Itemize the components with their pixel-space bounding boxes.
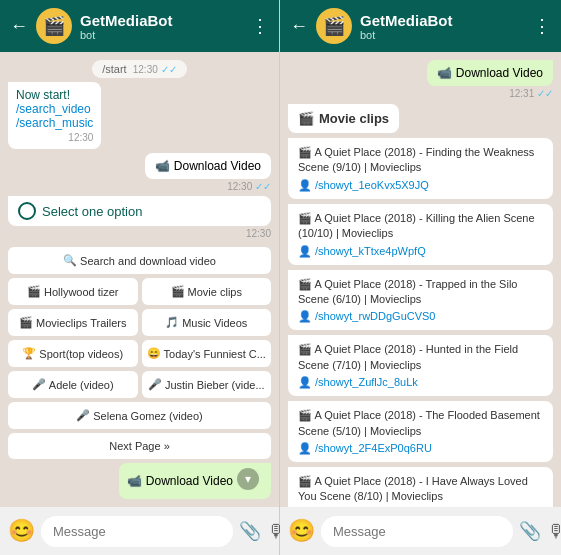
dv-icon-left: 📹 [155, 159, 170, 173]
adele-video-button[interactable]: 🎤 Adele (video) [8, 371, 138, 398]
adele-icon: 🎤 [32, 378, 46, 391]
left-avatar: 🎬 [36, 8, 72, 44]
jb-label: Justin Bieber (vide... [165, 379, 265, 391]
select-option-container: Select one option 12:30 [8, 196, 271, 239]
clip-1-title: 🎬 A Quiet Place (2018) - Finding the Wea… [298, 145, 543, 176]
sg-label: Selena Gomez (video) [93, 410, 202, 422]
movieclips-trailers-button[interactable]: 🎬 Movieclips Trailers [8, 309, 138, 336]
left-more-button[interactable]: ⋮ [251, 15, 269, 37]
select-option-bubble: Select one option [8, 196, 271, 226]
stv-label: Sport(top videos) [39, 348, 123, 360]
stv-icon: 🏆 [22, 347, 36, 360]
ht-label: Hollywood tizer [44, 286, 119, 298]
right-input-bar: 😊 📎 🎙 [280, 507, 561, 555]
dv-time-left: 12:30 ✓✓ [145, 181, 271, 192]
message-input-right[interactable] [321, 516, 513, 547]
next-page-button[interactable]: Next Page » [8, 433, 271, 459]
clip-5-title: 🎬 A Quiet Place (2018) - The Flooded Bas… [298, 408, 543, 439]
system-start-msg: /start 12:30 ✓✓ [92, 60, 187, 78]
left-back-button[interactable]: ← [10, 16, 28, 37]
right-back-button[interactable]: ← [290, 16, 308, 37]
movie-clips-header: 🎬 Movie clips [288, 104, 399, 133]
right-header: ← 🎬 GetMediaBot bot ⋮ [280, 0, 561, 52]
bot-welcome-msg: Now start! /search_video /search_music 1… [8, 82, 101, 149]
mv-label: Music Videos [182, 317, 247, 329]
movie-clips-button[interactable]: 🎬 Movie clips [142, 278, 272, 305]
bottom-dv-icon: 📹 [127, 474, 142, 488]
right-chat-panel: ← 🎬 GetMediaBot bot ⋮ 📹 Download Video 1… [280, 0, 561, 555]
attach-button-right[interactable]: 📎 [519, 520, 541, 542]
mic-button-right[interactable]: 🎙 [547, 521, 561, 542]
row3: 🏆 Sport(top videos) 😄 Today's Funniest C… [8, 340, 271, 367]
search-download-video-button[interactable]: 🔍 Search and download video [8, 247, 271, 274]
clip-4-link[interactable]: 👤 /showyt_ZuflJc_8uLk [298, 376, 543, 389]
movie-clips-title: Movie clips [319, 111, 389, 126]
left-input-bar: 😊 📎 🎙 [0, 507, 279, 555]
justin-bieber-button[interactable]: 🎤 Justin Bieber (vide... [142, 371, 272, 398]
select-time: 12:30 [8, 228, 271, 239]
music-videos-button[interactable]: 🎵 Music Videos [142, 309, 272, 336]
right-more-button[interactable]: ⋮ [533, 15, 551, 37]
left-messages: /start 12:30 ✓✓ Now start! /search_video… [0, 52, 279, 507]
attach-button-left[interactable]: 📎 [239, 520, 261, 542]
clip-2-link[interactable]: 👤 /showyt_kTtxe4pWpfQ [298, 245, 543, 258]
right-bot-name: GetMediaBot [360, 12, 533, 29]
bottom-dv-label: Download Video [146, 474, 233, 488]
left-header: ← 🎬 GetMediaBot bot ⋮ [0, 0, 279, 52]
clip-item-2[interactable]: 🎬 A Quiet Place (2018) - Killing the Ali… [288, 204, 553, 265]
row5: 🎤 Selena Gomez (video) [8, 402, 271, 429]
chevron-down-icon[interactable]: ▾ [237, 468, 259, 490]
clip-3-link[interactable]: 👤 /showyt_rwDDgGuCVS0 [298, 310, 543, 323]
movie-clips-icon: 🎬 [298, 111, 314, 126]
selena-gomez-button[interactable]: 🎤 Selena Gomez (video) [8, 402, 271, 429]
clip-3-title: 🎬 A Quiet Place (2018) - Trapped in the … [298, 277, 543, 308]
emoji-button-right[interactable]: 😊 [288, 518, 315, 544]
select-option-label: Select one option [42, 204, 142, 219]
right-dv-label: Download Video [456, 66, 543, 80]
mct-label: Movieclips Trailers [36, 317, 126, 329]
left-header-info: GetMediaBot bot [80, 12, 251, 41]
mc-icon: 🎬 [171, 285, 185, 298]
tf-icon: 😄 [147, 347, 161, 360]
right-bot-sub: bot [360, 29, 533, 41]
adele-label: Adele (video) [49, 379, 114, 391]
mc-label: Movie clips [188, 286, 242, 298]
clip-2-title: 🎬 A Quiet Place (2018) - Killing the Ali… [298, 211, 543, 242]
button-grid: 🔍 Search and download video 🎬 Hollywood … [8, 247, 271, 459]
bottom-dv-bubble: 📹 Download Video ▾ [119, 463, 271, 499]
left-bot-sub: bot [80, 29, 251, 41]
mct-icon: 🎬 [19, 316, 33, 329]
clip-4-title: 🎬 A Quiet Place (2018) - Hunted in the F… [298, 342, 543, 373]
now-start-label: Now start! [16, 88, 93, 102]
clip-item-5[interactable]: 🎬 A Quiet Place (2018) - The Flooded Bas… [288, 401, 553, 462]
clip-5-link[interactable]: 👤 /showyt_2F4ExP0q6RU [298, 442, 543, 455]
search-music-cmd[interactable]: /search_music [16, 116, 93, 130]
ht-icon: 🎬 [27, 285, 41, 298]
mv-icon: 🎵 [165, 316, 179, 329]
right-dv-icon: 📹 [437, 66, 452, 80]
today-funniest-button[interactable]: 😄 Today's Funniest C... [142, 340, 272, 367]
clip-item-3[interactable]: 🎬 A Quiet Place (2018) - Trapped in the … [288, 270, 553, 331]
left-chat-panel: ← 🎬 GetMediaBot bot ⋮ /start 12:30 ✓✓ No… [0, 0, 280, 555]
clip-item-1[interactable]: 🎬 A Quiet Place (2018) - Finding the Wea… [288, 138, 553, 199]
message-input-left[interactable] [41, 516, 233, 547]
outgoing-download-video: 📹 Download Video [145, 153, 271, 179]
row4: 🎤 Adele (video) 🎤 Justin Bieber (vide... [8, 371, 271, 398]
clip-item-6[interactable]: 🎬 A Quiet Place (2018) - I Have Always L… [288, 467, 553, 507]
search-video-cmd[interactable]: /search_video [16, 102, 93, 116]
right-messages: 📹 Download Video 12:31 ✓✓ 🎬 Movie clips … [280, 52, 561, 507]
search-row: 🔍 Search and download video [8, 247, 271, 274]
clip-item-4[interactable]: 🎬 A Quiet Place (2018) - Hunted in the F… [288, 335, 553, 396]
emoji-button-left[interactable]: 😊 [8, 518, 35, 544]
clip-6-title: 🎬 A Quiet Place (2018) - I Have Always L… [298, 474, 543, 505]
clip-1-link[interactable]: 👤 /showyt_1eoKvx5X9JQ [298, 179, 543, 192]
right-dv-time: 12:31 ✓✓ [509, 88, 553, 99]
welcome-msg-time: 12:30 [16, 132, 93, 143]
right-dv-outgoing: 📹 Download Video 12:31 ✓✓ [427, 60, 553, 99]
row1: 🎬 Hollywood tizer 🎬 Movie clips [8, 278, 271, 305]
search-download-label: Search and download video [80, 255, 216, 267]
sport-top-videos-button[interactable]: 🏆 Sport(top videos) [8, 340, 138, 367]
sg-icon: 🎤 [76, 409, 90, 422]
hollywood-tizer-button[interactable]: 🎬 Hollywood tizer [8, 278, 138, 305]
left-bot-name: GetMediaBot [80, 12, 251, 29]
